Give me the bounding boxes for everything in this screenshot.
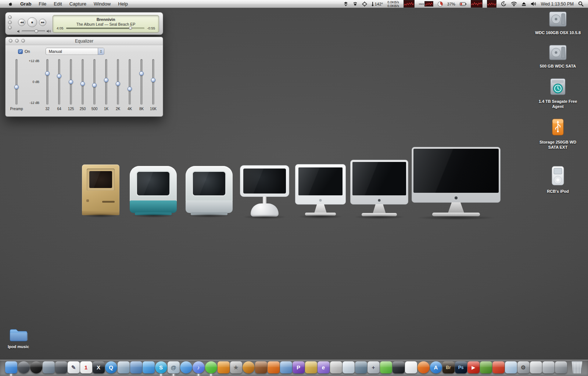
- dock-icon-system-preferences[interactable]: ⚙: [517, 361, 530, 373]
- band-500-slider-knob[interactable]: [92, 83, 97, 87]
- dock-icon-ink-app[interactable]: [330, 361, 342, 373]
- dock-icon-app-dark-circle[interactable]: [18, 361, 30, 373]
- band-4k-slider-track[interactable]: [127, 59, 132, 105]
- band-1k-slider-track[interactable]: [104, 59, 109, 105]
- disk-pie-icon[interactable]: [438, 0, 443, 8]
- dock-icon-app-store[interactable]: A: [430, 361, 442, 373]
- dock-icon-green-app[interactable]: [380, 361, 392, 373]
- dock-icon-word-app[interactable]: [280, 361, 292, 373]
- app-menu-grab[interactable]: Grab: [17, 1, 35, 7]
- dock-icon-dark-utility[interactable]: [392, 361, 405, 373]
- dock-icon-photoshop[interactable]: Ps: [455, 361, 467, 373]
- band-250-slider-knob[interactable]: [80, 82, 85, 86]
- dock-icon-garageband[interactable]: [255, 361, 267, 373]
- band-8k-slider-knob[interactable]: [139, 71, 144, 76]
- network-graph-icon[interactable]: [404, 0, 415, 8]
- progress-thumb[interactable]: [129, 26, 132, 30]
- progress-bar[interactable]: [66, 28, 145, 29]
- minimize-button[interactable]: [15, 39, 19, 43]
- dock-icon-vlc[interactable]: [218, 361, 230, 373]
- preamp-slider-track[interactable]: [14, 59, 19, 105]
- dock-icon-blue-doc[interactable]: [505, 361, 517, 373]
- equalizer-titlebar[interactable]: Equalizer: [6, 37, 163, 45]
- dock-icon-remote-desktop[interactable]: [43, 361, 55, 373]
- dock-icon-finder[interactable]: [5, 361, 17, 373]
- cpu-graph-icon[interactable]: [471, 0, 483, 8]
- volume-slider[interactable]: [22, 30, 45, 32]
- dock-icon-ical[interactable]: 1: [80, 361, 92, 373]
- dock-icon-photo-booth[interactable]: [55, 361, 67, 373]
- desktop-icon-500-gb-wdc-sata[interactable]: 500 GB WDC SATA: [540, 44, 576, 69]
- close-button[interactable]: [9, 39, 12, 43]
- paw-icon[interactable]: [353, 0, 358, 8]
- band-125-slider-knob[interactable]: [69, 80, 73, 84]
- menu-capture[interactable]: Capture: [66, 1, 90, 7]
- time-machine-icon[interactable]: [501, 0, 506, 8]
- band-2k-slider-knob[interactable]: [116, 82, 120, 86]
- menu-clock[interactable]: Wed 1:13:50 PM: [541, 0, 574, 8]
- menu-file[interactable]: File: [35, 1, 50, 7]
- previous-track-button[interactable]: ◀◀: [18, 19, 25, 26]
- dock-icon-safari[interactable]: [180, 361, 192, 373]
- band-8k-slider-track[interactable]: [139, 59, 144, 105]
- dock-icon-blender[interactable]: [268, 361, 280, 373]
- dock-icon-red-app[interactable]: [492, 361, 505, 373]
- dock-icon-gold-app[interactable]: [305, 361, 317, 373]
- dock-icon-spotify[interactable]: [205, 361, 217, 373]
- dock-icon-youtube[interactable]: ▶: [467, 361, 480, 373]
- temperature-item[interactable]: 142°: [372, 0, 383, 8]
- dock-icon-tool-app[interactable]: [355, 361, 367, 373]
- dock-icon-stacks[interactable]: [530, 361, 542, 373]
- menu-edit[interactable]: Edit: [50, 1, 65, 7]
- desktop-icon-rcb-s-ipod[interactable]: RCB's iPod: [547, 166, 569, 194]
- next-track-button[interactable]: ▶▶: [39, 19, 46, 26]
- eq-on-checkbox[interactable]: ✓: [18, 49, 23, 54]
- crosshair-icon[interactable]: [362, 0, 367, 8]
- dock-icon-preview[interactable]: [118, 361, 130, 373]
- network-speed-item[interactable]: 0.0KB/s 0.0KB/s: [387, 0, 399, 8]
- band-16k-slider-knob[interactable]: [151, 78, 155, 82]
- dock-icon-utility2[interactable]: [555, 361, 567, 373]
- volume-thumb[interactable]: [35, 29, 38, 33]
- zoom-button[interactable]: [8, 26, 12, 29]
- dock-icon-textedit[interactable]: ✎: [68, 361, 80, 373]
- dock-icon-trash[interactable]: [571, 361, 583, 373]
- preamp-slider-knob[interactable]: [14, 85, 19, 89]
- wifi-icon[interactable]: [511, 0, 517, 8]
- dock-icon-skype[interactable]: S: [155, 361, 167, 373]
- minimize-button[interactable]: [8, 21, 12, 24]
- band-64-slider-knob[interactable]: [57, 74, 61, 78]
- dock-icon-transmission[interactable]: [130, 361, 142, 373]
- dropbox-icon[interactable]: [343, 0, 348, 8]
- zoom-button[interactable]: [21, 39, 25, 43]
- stop-button[interactable]: ■: [27, 17, 37, 27]
- dock-icon-dino-app[interactable]: [480, 361, 492, 373]
- band-32-slider-knob[interactable]: [45, 71, 50, 76]
- spotlight-icon[interactable]: [578, 0, 584, 8]
- dock-icon-drive-app[interactable]: [542, 361, 555, 373]
- dock-icon-chart-app[interactable]: [343, 361, 355, 373]
- dock-icon-parallels[interactable]: P: [293, 361, 305, 373]
- dock-icon-x11[interactable]: X: [93, 361, 105, 373]
- desktop-icon-storage-250gb-wd-sata-ext[interactable]: Storage 250GB WD SATA EXT: [534, 118, 582, 150]
- dock-icon-audacity[interactable]: [243, 361, 255, 373]
- disk-percent-value[interactable]: 37%: [447, 0, 455, 8]
- eq-preset-dropdown[interactable]: Manual ▴▾: [46, 48, 104, 55]
- close-button[interactable]: [8, 15, 12, 19]
- dock-icon-firefox[interactable]: [417, 361, 430, 373]
- dock-icon-quicktime[interactable]: Q: [105, 361, 117, 373]
- band-125-slider-track[interactable]: [68, 59, 74, 105]
- dock-icon-white-doc[interactable]: [405, 361, 417, 373]
- menu-help[interactable]: Help: [114, 1, 132, 7]
- activity-graph-icon[interactable]: [487, 0, 496, 8]
- dock-icon-emule[interactable]: e: [318, 361, 330, 373]
- dock-icon-calculator[interactable]: +: [368, 361, 380, 373]
- desktop-icon-1-4-tb-seagate-free-agent[interactable]: 1.4 TB Seagate Free Agent: [534, 78, 582, 109]
- eject-icon[interactable]: [521, 0, 526, 8]
- band-32-slider-track[interactable]: [45, 59, 50, 105]
- volume-icon[interactable]: [531, 0, 537, 8]
- dock-icon-itunes[interactable]: ♪: [193, 361, 205, 373]
- dock-icon-bridge[interactable]: Br: [442, 361, 455, 373]
- band-64-slider-track[interactable]: [57, 59, 62, 105]
- dock-icon-star-app[interactable]: ★: [230, 361, 242, 373]
